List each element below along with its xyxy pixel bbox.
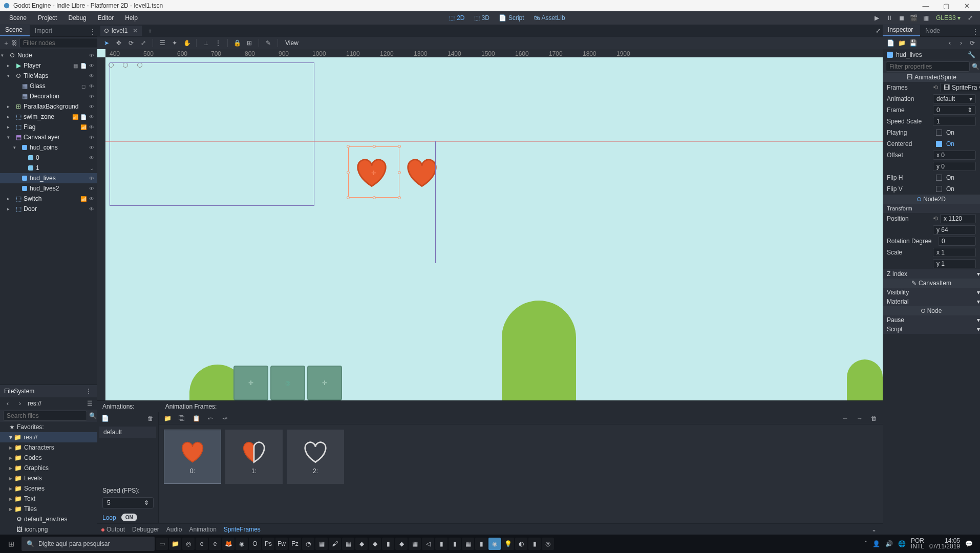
- frame-card-2[interactable]: 2:: [287, 430, 344, 484]
- app-unity[interactable]: ◁: [422, 538, 434, 550]
- taskbar-search[interactable]: 🔍 Digite aqui para pesquisar: [22, 537, 155, 551]
- bottom-tab-audio[interactable]: Audio: [166, 526, 182, 533]
- snap-options[interactable]: ⋮: [213, 39, 223, 47]
- paste-frame-button[interactable]: 📋: [191, 414, 201, 423]
- prop-fliph-checkbox[interactable]: On: [933, 174, 976, 182]
- app-obs[interactable]: ◎: [542, 538, 554, 550]
- instance-button[interactable]: ⛓: [11, 38, 17, 48]
- fs-folder-characters[interactable]: ▸ 📁 Characters: [0, 442, 97, 453]
- fs-favorites[interactable]: ★Favorites:: [0, 422, 97, 432]
- speed-fps-input[interactable]: 5⇕: [102, 497, 154, 508]
- menu-editor[interactable]: Editor: [93, 12, 119, 24]
- viewport-2d[interactable]: 4005006007008009001000110012001300140015…: [97, 49, 883, 400]
- mode-2d-button[interactable]: ⬚ 2D: [445, 13, 468, 23]
- tree-node-tilemaps[interactable]: ▾TileMaps👁: [0, 71, 97, 81]
- tray-network-icon[interactable]: 🌐: [898, 540, 906, 547]
- app-blender[interactable]: ◔: [302, 538, 314, 550]
- tree-node-hud_lives[interactable]: hud_lives👁: [0, 173, 97, 183]
- tray-volume-icon[interactable]: 🔊: [885, 540, 893, 547]
- menu-scene[interactable]: Scene: [4, 12, 32, 24]
- class-header-node[interactable]: Node: [883, 306, 980, 315]
- move-frame-right[interactable]: →: [855, 414, 864, 423]
- tab-import[interactable]: Import: [30, 25, 59, 36]
- app-edge[interactable]: e: [209, 538, 221, 550]
- insp-history-menu[interactable]: ⟳: [968, 38, 977, 48]
- mode-script-button[interactable]: 📄 Script: [495, 13, 528, 23]
- view-menu[interactable]: View: [282, 39, 302, 47]
- fs-search-input[interactable]: [3, 411, 87, 421]
- class-header-animatedsprite[interactable]: 🎞AnimatedSprite: [883, 73, 980, 82]
- tray-chevron-icon[interactable]: ˄: [864, 540, 867, 547]
- tree-node-hud_coins[interactable]: ▾hud_coins👁: [0, 142, 97, 153]
- section-script[interactable]: Script▾: [883, 325, 980, 334]
- app-filezilla[interactable]: Fz: [289, 538, 301, 550]
- fs-folder-codes[interactable]: ▸ 📁 Codes: [0, 453, 97, 463]
- app-win[interactable]: ▦: [409, 538, 421, 550]
- fs-folder-tiles[interactable]: ▸ 📁 Tiles: [0, 504, 97, 514]
- tray-kbd[interactable]: INTL: [911, 544, 924, 549]
- scene-filter-input[interactable]: [19, 38, 103, 48]
- prop-flipv-checkbox[interactable]: On: [933, 185, 976, 193]
- bone-tool[interactable]: ✎: [263, 39, 273, 47]
- section-material[interactable]: Material▾: [883, 297, 980, 306]
- add-anim-button[interactable]: 📄: [100, 414, 110, 423]
- prop-speedscale-field[interactable]: 1: [933, 117, 976, 126]
- insert-empty-after[interactable]: ⤻: [220, 414, 229, 423]
- insp-history-back[interactable]: ‹: [945, 38, 954, 48]
- pause-button[interactable]: ⏸: [884, 14, 895, 22]
- lock-button[interactable]: 🔒: [232, 39, 242, 47]
- move-tool[interactable]: ✥: [114, 39, 124, 47]
- app-tips[interactable]: 💡: [502, 538, 514, 550]
- menu-help[interactable]: Help: [120, 12, 143, 24]
- prop-scale-y[interactable]: y 1: [933, 259, 976, 268]
- move-frame-left[interactable]: ←: [841, 414, 850, 423]
- tree-node-swim_zone[interactable]: ▸⬚swim_zone📶📄👁: [0, 112, 97, 122]
- app-steam[interactable]: ◎: [182, 538, 195, 550]
- mode-assetlib-button[interactable]: 🛍 AssetLib: [529, 13, 569, 23]
- copy-frame-button[interactable]: ⿻: [177, 414, 186, 423]
- play-custom-button[interactable]: ▦: [921, 14, 932, 22]
- tree-node-hud_lives2[interactable]: hud_lives2👁: [0, 183, 97, 194]
- insp-new-resource[interactable]: 📄: [886, 38, 895, 48]
- app-pix[interactable]: ▦: [342, 538, 354, 550]
- prop-offset-y[interactable]: y 0: [933, 162, 976, 171]
- insp-save-resource[interactable]: 💾: [908, 38, 918, 48]
- pivot-tool[interactable]: ✦: [169, 39, 180, 47]
- frame-card-0[interactable]: 0:: [164, 430, 221, 484]
- app-godot[interactable]: ◉: [488, 538, 501, 550]
- tray-notifications-icon[interactable]: 💬: [965, 540, 973, 547]
- scene-tree[interactable]: ▾Node👁▸▶Player▦📄👁▾TileMaps👁▦Glass◻👁▦Deco…: [0, 49, 97, 385]
- app-code[interactable]: ▮: [449, 538, 461, 550]
- distraction-free-button[interactable]: ⤢: [965, 14, 976, 22]
- close-button[interactable]: ✕: [956, 2, 977, 10]
- menu-debug[interactable]: Debug: [63, 12, 91, 24]
- load-frame-button[interactable]: 📁: [163, 414, 172, 423]
- close-tab-button[interactable]: ✕: [133, 27, 138, 34]
- tab-node[interactable]: Node: [920, 25, 947, 36]
- fs-folder-graphics[interactable]: ▸ 📁 Graphics: [0, 463, 97, 473]
- app-chrome[interactable]: ◉: [236, 538, 248, 550]
- fs-path[interactable]: res://: [28, 400, 82, 407]
- tab-inspector[interactable]: Inspector: [883, 24, 920, 36]
- app-ie[interactable]: e: [196, 538, 208, 550]
- section-zindex[interactable]: Z Index▾: [883, 269, 980, 279]
- new-scene-button[interactable]: ＋: [144, 27, 156, 35]
- tray-people-icon[interactable]: 👤: [872, 540, 880, 547]
- delete-anim-button[interactable]: 🗑: [146, 414, 155, 423]
- ruler-tool[interactable]: ⟂: [201, 39, 211, 47]
- dock-options-icon[interactable]: ⋮: [88, 27, 97, 36]
- tree-node-0[interactable]: 0👁: [0, 153, 97, 163]
- section-transform[interactable]: Transform: [883, 204, 980, 213]
- maximize-button[interactable]: ▢: [936, 2, 956, 10]
- insp-tools-menu[interactable]: 🔧: [967, 50, 976, 59]
- group-button[interactable]: ⊞: [244, 39, 254, 47]
- tree-node-node[interactable]: ▾Node👁: [0, 50, 97, 60]
- app-paint[interactable]: 🖌: [329, 538, 341, 550]
- prop-rotation-field[interactable]: 0: [938, 237, 976, 246]
- app-subl[interactable]: ▮: [382, 538, 394, 550]
- section-visibility[interactable]: Visibility▾: [883, 288, 980, 297]
- bottom-tab-debugger[interactable]: Debugger: [132, 526, 159, 533]
- stop-button[interactable]: ◼: [896, 14, 907, 22]
- play-button[interactable]: ▶: [871, 14, 883, 22]
- start-button[interactable]: ⊞: [2, 540, 20, 548]
